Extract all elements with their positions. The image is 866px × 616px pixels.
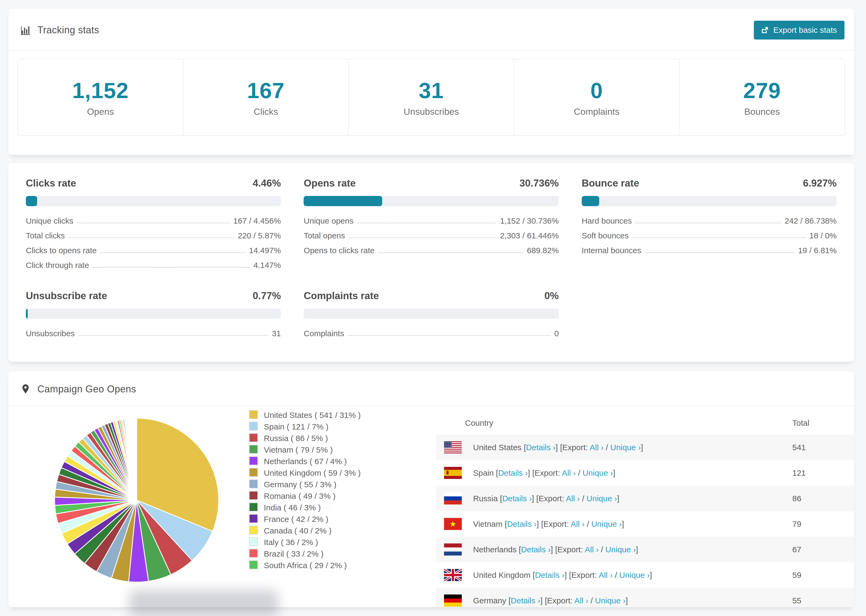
legend-label: Netherlands ( 67 / 4% ): [264, 457, 347, 466]
spain-flag-icon: [444, 467, 462, 479]
geo-row-total: 79: [792, 520, 801, 529]
rate-value: 0.77%: [252, 290, 281, 302]
rate-stat-row: Unsubscribes31: [26, 329, 281, 338]
export-label: Export:: [557, 545, 585, 554]
geo-row-total: 67: [792, 545, 801, 554]
rate-stat-value: 689.82%: [527, 246, 559, 255]
legend-item-spain: Spain ( 121 / 7% ): [249, 421, 395, 432]
export-unique-link[interactable]: Unique ›: [605, 545, 636, 554]
pie-slice-other[interactable]: [136, 418, 137, 500]
legend-color-swatch: [249, 537, 258, 546]
export-all-link[interactable]: All ›: [575, 596, 589, 605]
stat-label: Clicks: [254, 107, 278, 117]
stat-label: Bounces: [744, 107, 780, 117]
export-all-link[interactable]: All ›: [590, 443, 604, 452]
rate-stat-row: Hard bounces242 / 86.738%: [582, 216, 837, 225]
unsubscribe-rate-block: Unsubscribe rate0.77%Unsubscribes31: [26, 290, 281, 344]
legend-color-swatch: [249, 433, 258, 442]
geo-table-row-united-kingdom: United Kingdom [Details ›] [Export: All …: [436, 562, 854, 588]
details-link[interactable]: Details ›: [535, 570, 565, 580]
details-link[interactable]: Details ›: [507, 520, 537, 528]
bounce-rate-block: Bounce rate6.927%Hard bounces242 / 86.73…: [582, 178, 837, 275]
tracking-stats-title: Tracking stats: [38, 24, 99, 36]
rate-progress-bar: [26, 196, 281, 206]
rate-stat-label: Click through rate: [26, 261, 89, 270]
export-all-link[interactable]: All ›: [585, 545, 599, 554]
export-unique-link[interactable]: Unique ›: [595, 596, 625, 605]
bracket: /: [612, 570, 619, 580]
legend-item-germany: Germany ( 55 / 3% ): [249, 479, 395, 490]
legend-color-swatch: [249, 468, 258, 477]
rate-stat-row: Unique opens1,152 / 30.736%: [304, 216, 559, 225]
rate-stat-value: 18 / 0%: [809, 231, 837, 240]
geo-table-row-russia: Russia [Details ›] [Export: All › / Uniq…: [436, 486, 854, 511]
details-link[interactable]: Details ›: [502, 494, 532, 503]
map-pin-icon: [20, 383, 31, 395]
details-link[interactable]: Details ›: [498, 468, 527, 477]
export-all-link[interactable]: All ›: [571, 520, 585, 528]
geo-row-total: 541: [792, 443, 806, 452]
bracket: ] [: [532, 494, 538, 503]
rate-value: 4.46%: [252, 178, 281, 189]
geo-row-text: Vietnam [Details ›] [Export: All › / Uni…: [473, 520, 624, 529]
export-label: Export:: [547, 596, 575, 605]
rate-stat-row: Opens to clicks rate689.82%: [304, 246, 559, 255]
rate-stat-label: Soft bounces: [582, 231, 629, 240]
geo-row-text: Spain [Details ›] [Export: All › / Uniqu…: [473, 468, 615, 478]
geo-row-total: 86: [792, 494, 801, 503]
stat-value: 1,152: [72, 78, 129, 103]
rate-stat-label: Hard bounces: [582, 216, 632, 225]
rate-title: Clicks rate: [26, 178, 76, 189]
complaints-rate-block: Complaints rate0%Complaints0: [304, 290, 559, 344]
rate-stat-row: Complaints0: [304, 329, 559, 338]
details-link[interactable]: Details ›: [511, 596, 540, 605]
rate-title: Opens rate: [304, 178, 356, 189]
rate-title: Unsubscribe rate: [26, 290, 107, 302]
export-label: Export:: [534, 468, 562, 477]
stat-unsubscribes: 31Unsubscribes: [348, 60, 514, 135]
rates-grid: Clicks rate4.46%Unique clicks167 / 4.456…: [8, 163, 854, 344]
bracket: [: [509, 596, 511, 605]
details-link[interactable]: Details ›: [526, 443, 556, 452]
russia-flag-icon: [444, 492, 462, 504]
legend-item-france: France ( 42 / 2% ): [249, 513, 395, 525]
export-basic-stats-button[interactable]: Export basic stats: [754, 21, 844, 39]
export-unique-link[interactable]: Unique ›: [587, 494, 617, 503]
stat-value: 279: [743, 78, 781, 103]
export-unique-link[interactable]: Unique ›: [610, 443, 641, 452]
legend-label: Italy ( 36 / 2% ): [264, 538, 318, 547]
rate-stat-value: 1,152 / 30.736%: [500, 216, 559, 225]
export-unique-link[interactable]: Unique ›: [583, 468, 613, 477]
export-label: Export:: [571, 570, 599, 580]
bottom-shadow-artifact: [129, 590, 279, 616]
rate-value: 30.736%: [520, 178, 559, 189]
stat-bounces: 279Bounces: [679, 60, 844, 135]
rate-stat-label: Internal bounces: [582, 246, 641, 255]
stat-value: 167: [247, 78, 285, 103]
export-unique-link[interactable]: Unique ›: [591, 520, 622, 528]
rate-stat-value: 4.147%: [254, 261, 281, 270]
geo-header: Campaign Geo Opens: [8, 371, 854, 405]
bracket: ] [: [565, 570, 571, 580]
rate-stat-row: Click through rate4.147%: [26, 261, 281, 270]
rate-progress-bar: [26, 308, 281, 319]
details-link[interactable]: Details ›: [521, 545, 551, 554]
bracket: ] [: [527, 468, 534, 477]
export-all-link[interactable]: All ›: [599, 570, 612, 580]
export-icon: [760, 25, 770, 35]
legend-label: South Africa ( 29 / 2% ): [264, 561, 347, 570]
geo-pie-legend: United States ( 541 / 31% )Spain ( 121 /…: [249, 409, 395, 571]
bracket: ]: [617, 494, 619, 503]
geo-country-name: Vietnam: [473, 520, 505, 528]
tracking-stats-header: Tracking stats Export basic stats: [8, 8, 854, 50]
legend-item-brazil: Brazil ( 33 / 2% ): [249, 548, 395, 559]
rates-panel: Clicks rate4.46%Unique clicks167 / 4.456…: [8, 163, 855, 362]
legend-color-swatch: [249, 560, 258, 569]
export-unique-link[interactable]: Unique ›: [619, 570, 650, 580]
export-all-link[interactable]: All ›: [566, 494, 580, 503]
rate-stat-label: Unsubscribes: [26, 329, 75, 338]
export-all-link[interactable]: All ›: [562, 468, 576, 477]
legend-item-netherlands: Netherlands ( 67 / 4% ): [249, 456, 395, 467]
legend-label: Russia ( 86 / 5% ): [264, 434, 328, 443]
bar-chart-icon: [20, 24, 31, 36]
